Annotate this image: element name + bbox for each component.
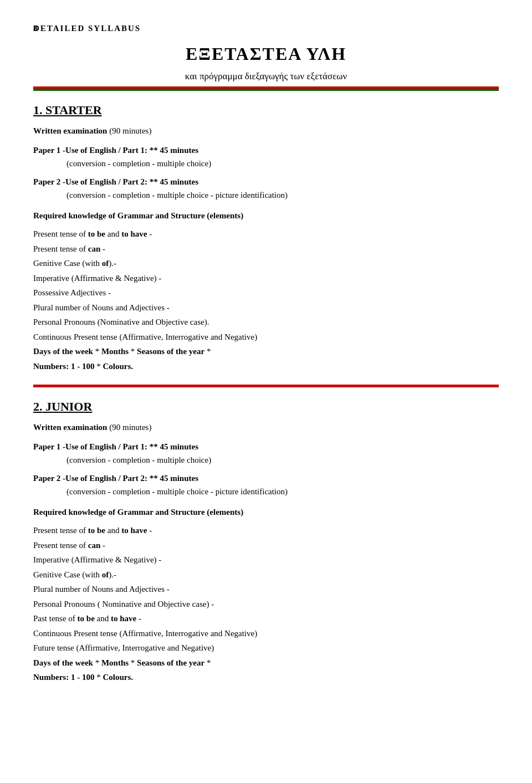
junior-paper2-detail: (conversion - completion - multiple choi… [33, 485, 499, 498]
section-starter-heading: 1. STARTER [33, 101, 499, 119]
green-divider [33, 89, 499, 91]
starter-paper2: Paper 2 -Use of English / Part 2: ** 45 … [33, 176, 499, 202]
junior-paper1-detail: (conversion - completion - multiple choi… [33, 454, 499, 467]
junior-written-detail: (90 minutes) [107, 423, 151, 432]
page-number: 8 [33, 22, 38, 35]
section-junior-heading: 2. JUNIOR [33, 397, 499, 416]
starter-written-exam: Written examination (90 minutes) [33, 125, 499, 137]
grammar-item: Plural number of Nouns and Adjectives - [33, 301, 499, 315]
starter-paper1: Paper 1 -Use of English / Part 1: ** 45 … [33, 144, 499, 170]
grammar-item: Personal Pronouns (Nominative and Object… [33, 315, 499, 330]
starter-written-label: Written examination [33, 126, 107, 135]
section-starter-title: STARTER [45, 103, 102, 117]
grammar-item: Genitive Case (with of).- [33, 568, 499, 582]
grammar-item: Genitive Case (with of).- [33, 257, 499, 271]
section-starter-number: 1. [33, 103, 43, 117]
header-title: DETAILED SYLLABUS [33, 22, 141, 35]
grammar-item: Present tense of can - [33, 539, 499, 553]
junior-written-exam: Written examination (90 minutes) [33, 421, 499, 434]
grammar-item: Present tense of to be and to have - [33, 524, 499, 538]
section-starter: 1. STARTER Written examination (90 minut… [33, 101, 499, 373]
grammar-item: Personal Pronouns ( Nominative and Objec… [33, 597, 499, 612]
grammar-item: Continuous Present tense (Affirmative, I… [33, 330, 499, 345]
grammar-item: Plural number of Nouns and Adjectives - [33, 582, 499, 597]
grammar-item: Days of the week * Months * Seasons of t… [33, 656, 499, 671]
main-title: ΕΞΕΤΑΣΤΕΑ ΥΛΗ [33, 40, 499, 67]
junior-paper2: Paper 2 -Use of English / Part 2: ** 45 … [33, 472, 499, 498]
grammar-item: Imperative (Affirmative & Negative) - [33, 553, 499, 567]
grammar-item: Past tense of to be and to have - [33, 612, 499, 626]
junior-written-label: Written examination [33, 423, 107, 432]
grammar-item: Days of the week * Months * Seasons of t… [33, 345, 499, 359]
starter-written-detail: (90 minutes) [107, 126, 151, 135]
junior-paper1: Paper 1 -Use of English / Part 1: ** 45 … [33, 441, 499, 467]
grammar-item: Future tense (Affirmative, Interrogative… [33, 641, 499, 656]
grammar-item: Numbers: 1 - 100 * Colours. [33, 671, 499, 685]
grammar-item: Imperative (Affirmative & Negative) - [33, 272, 499, 286]
grammar-item: Continuous Present tense (Affirmative, I… [33, 627, 499, 641]
section-junior: 2. JUNIOR Written examination (90 minute… [33, 397, 499, 685]
junior-grammar-list: Present tense of to be and to have -Pres… [33, 524, 499, 685]
starter-required-knowledge: Required knowledge of Grammar and Struct… [33, 209, 499, 222]
section-junior-number: 2. [33, 400, 43, 413]
section-divider-1 [33, 385, 499, 387]
junior-paper1-title: Paper 1 -Use of English / Part 1: ** 45 … [33, 441, 499, 453]
starter-paper2-title: Paper 2 -Use of English / Part 2: ** 45 … [33, 176, 499, 188]
grammar-item: Numbers: 1 - 100 * Colours. [33, 360, 499, 374]
grammar-item: Possessive Adjectives - [33, 286, 499, 300]
starter-paper2-detail: (conversion - completion - multiple choi… [33, 189, 499, 202]
starter-grammar-list: Present tense of to be and to have -Pres… [33, 227, 499, 373]
main-subtitle: και πρόγραμμα διεξαγωγής των εξετάσεων [33, 69, 499, 84]
section-junior-title: JUNIOR [45, 400, 92, 413]
grammar-item: Present tense of to be and to have - [33, 227, 499, 242]
starter-paper1-title: Paper 1 -Use of English / Part 1: ** 45 … [33, 144, 499, 157]
starter-paper1-detail: (conversion - completion - multiple choi… [33, 157, 499, 170]
junior-required-knowledge: Required knowledge of Grammar and Struct… [33, 506, 499, 519]
junior-paper2-title: Paper 2 -Use of English / Part 2: ** 45 … [33, 472, 499, 485]
grammar-item: Present tense of can - [33, 242, 499, 257]
